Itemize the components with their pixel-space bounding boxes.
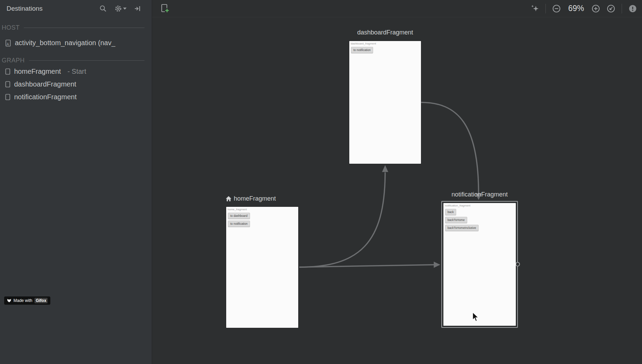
zoom-in-icon[interactable] [591,4,600,13]
gifox-watermark: Made with Gifox [4,296,50,305]
notification-fragment-selection[interactable]: notification_fragment back backToHome ba… [441,201,518,328]
toolbar-separator [545,4,546,13]
sidebar-item-home-fragment[interactable]: homeFragment - Start [0,65,152,78]
sidebar-item-notification-fragment[interactable]: notificationFragment [0,91,152,103]
notification-fragment-title[interactable]: notificationFragment [441,191,518,198]
graph-destinations-list: homeFragment - Start dashboardFragment n… [0,65,152,103]
fox-icon [7,299,11,303]
toolbar-separator [622,4,622,13]
preview-button: to dashboard [228,213,250,219]
collapse-panel-icon[interactable] [134,5,141,12]
tree-item-label: homeFragment [14,68,61,75]
notification-fragment-card[interactable]: notification_fragment back backToHome ba… [443,203,516,326]
fragment-title-text: dashboardFragment [357,29,413,36]
dashboard-fragment-title[interactable]: dashboardFragment [349,29,421,36]
gear-icon[interactable] [114,5,127,12]
watermark-text: Made with [13,298,32,303]
host-label-text: HOST [2,24,20,31]
layout-file-icon: A [5,39,11,47]
host-section-label: HOST [0,23,152,32]
preview-button: to notification [228,221,250,227]
fragment-icon [5,81,11,88]
zoom-to-fit-icon[interactable] [606,4,615,13]
zoom-out-icon[interactable] [552,4,561,13]
fragment-title-text: notificationFragment [451,191,508,198]
fragment-icon [5,68,11,75]
host-item-label: activity_bottom_navigation (nav_ [15,39,115,47]
graph-section-rule [29,60,144,61]
gear-dropdown-caret [123,8,127,10]
search-icon[interactable] [99,5,107,12]
graph-label-text: GRAPH [2,57,25,64]
home-icon [225,196,232,202]
sidebar-item-host-activity[interactable]: A activity_bottom_navigation (nav_ [0,36,152,50]
issues-icon[interactable] [628,4,637,13]
edge-dashboard-to-notification[interactable] [421,102,482,200]
watermark-brand: Gifox [34,298,48,303]
svg-text:A: A [7,42,9,46]
tree-item-label: dashboardFragment [14,80,76,88]
zoom-level-label: 69% [567,4,585,13]
destinations-header: Destinations [0,0,152,17]
edge-home-to-notification[interactable] [299,262,440,268]
layout-id-label: notification_fragment [443,203,516,207]
new-destination-icon[interactable] [160,3,170,14]
preview-button: to notification [351,47,373,53]
panel-title: Destinations [7,5,43,12]
panel-header-icons [99,5,141,12]
design-canvas[interactable]: 69% dashboardFragment [152,0,642,364]
edge-home-to-dashboard[interactable] [299,165,388,267]
tree-item-label: notificationFragment [14,93,77,101]
host-section-rule [24,28,144,28]
fragment-title-text: homeFragment [234,195,276,202]
fragment-icon [5,93,11,101]
home-fragment-title[interactable]: homeFragment [225,195,276,202]
canvas-toolbar: 69% [152,0,642,17]
preview-button: back [445,209,456,215]
layout-id-label: home_fragment [226,207,298,211]
preview-button: backToHome [445,217,467,223]
dashboard-fragment-card[interactable]: dashboard_fragment to notification [349,41,421,164]
edge-drag-handle[interactable] [515,262,520,266]
start-destination-suffix: - Start [68,68,86,75]
destinations-panel: Destinations HOST A activity_bottom_navi… [0,0,152,364]
preview-button: backToHomeInclusive [445,225,479,231]
home-fragment-card[interactable]: home_fragment to dashboard to notificati… [226,207,298,328]
toolbar-right-group: 69% [530,4,637,13]
layout-id-label: dashboard_fragment [349,41,421,45]
sidebar-item-dashboard-fragment[interactable]: dashboardFragment [0,78,152,91]
ai-sparkle-icon[interactable] [530,4,539,13]
graph-section-label: GRAPH [0,56,152,64]
